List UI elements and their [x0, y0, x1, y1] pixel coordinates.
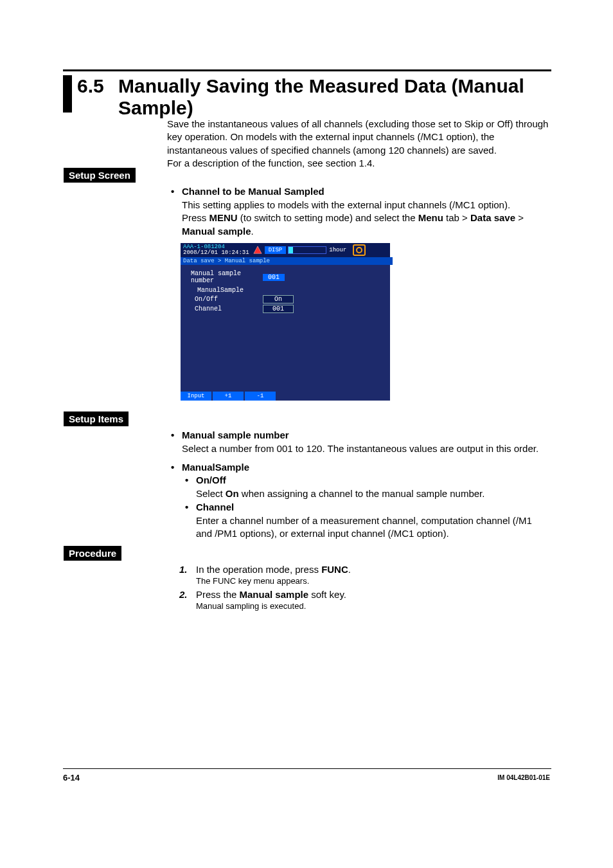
- one-hour-label: 1hour: [329, 247, 346, 253]
- step-1-main: In the operation mode, press FUNC.: [196, 564, 351, 575]
- page: 6.5 Manually Saving the Measured Data (M…: [0, 0, 613, 868]
- step-2-number: 2.: [179, 589, 188, 600]
- step-2-sub: Manual sampling is executed.: [196, 601, 306, 611]
- t: tab >: [443, 212, 470, 223]
- device-breadcrumb: Data save > Manual sample: [181, 257, 393, 265]
- menu-tab: Menu: [418, 212, 443, 223]
- progress-bar: [288, 246, 326, 254]
- softkey-plus1[interactable]: +1: [213, 392, 244, 401]
- softkey-minus1[interactable]: -1: [245, 392, 276, 401]
- device-id-line2: 2008/12/01 10:24:31: [183, 250, 249, 256]
- t: .: [348, 564, 351, 575]
- label-procedure: Procedure: [64, 546, 121, 561]
- manual-sample-softkey: Manual sample: [240, 589, 309, 600]
- heading-channel: Channel: [196, 502, 234, 512]
- step-2-main: Press the Manual sample soft key.: [196, 589, 346, 600]
- manual-sample-number-value[interactable]: 001: [263, 274, 285, 281]
- t: when assigning a channel to the manual s…: [239, 488, 485, 499]
- menu-key: MENU: [209, 212, 238, 223]
- alarm-icon: [253, 246, 262, 255]
- section-title: Manually Saving the Measured Data (Manua…: [118, 75, 555, 118]
- footer-page-number: 6-14: [63, 773, 80, 782]
- t: Press the: [196, 589, 240, 600]
- disp-button[interactable]: DISP: [265, 246, 287, 254]
- heading-manual-sample-number: Manual sample number: [182, 429, 289, 440]
- device-body: Manual sample number 001 ManualSample On…: [181, 265, 390, 392]
- body-onoff: Select On when assigning a channel to th…: [196, 487, 543, 500]
- device-softkeys: Input +1 -1: [181, 392, 390, 401]
- top-rule: [63, 69, 551, 71]
- section-bar: [63, 75, 72, 113]
- setup-screen-line1: This setting applies to models with the …: [182, 199, 510, 210]
- heading-manualsample: ManualSample: [182, 462, 249, 473]
- label-setup-screen: Setup Screen: [64, 168, 136, 183]
- footer-doc-id: IM 04L42B01-01E: [497, 774, 550, 781]
- body-manual-sample-number: Select a number from 001 to 120. The ins…: [182, 442, 542, 455]
- manual-sample: Manual sample: [182, 226, 251, 237]
- intro-paragraph: Save the instantaneous values of all cha…: [167, 118, 549, 170]
- step-1-sub: The FUNC key menu appears.: [196, 576, 309, 586]
- func-key: FUNC: [321, 564, 348, 575]
- data-save: Data save: [470, 212, 515, 223]
- label-setup-items: Setup Items: [64, 411, 129, 426]
- section-number: 6.5: [77, 75, 104, 97]
- heading-onoff: On/Off: [196, 475, 226, 485]
- progress-fill: [289, 247, 293, 253]
- onoff-value[interactable]: On: [263, 295, 294, 303]
- snapshot-icon[interactable]: [353, 244, 366, 256]
- heading-channel-to-be-sampled: Channel to be Manual Sampled: [182, 186, 324, 197]
- channel-value[interactable]: 001: [263, 305, 294, 313]
- t: In the operation mode, press: [196, 564, 321, 575]
- device-id: AAA-1-081204 2008/12/01 10:24:31: [183, 244, 249, 256]
- t: >: [515, 212, 524, 223]
- step-1-number: 1.: [179, 564, 188, 575]
- footer-rule: [63, 768, 551, 769]
- channel-label: Channel: [195, 305, 263, 312]
- device-topbar: AAA-1-081204 2008/12/01 10:24:31 DISP 1h…: [181, 243, 390, 257]
- on-bold: On: [226, 488, 239, 499]
- manualsample-group-title: ManualSample: [197, 287, 244, 294]
- t: Press: [182, 212, 209, 223]
- t: soft key.: [308, 589, 346, 600]
- onoff-label: On/Off: [195, 296, 263, 303]
- manual-sample-number-label: Manual sample number: [191, 270, 263, 284]
- setup-screen-body: This setting applies to models with the …: [182, 199, 542, 238]
- t: (to switch to setting mode) and select t…: [238, 212, 418, 223]
- softkey-input[interactable]: Input: [181, 392, 211, 401]
- t: Select: [196, 488, 226, 499]
- body-channel: Enter a channel number of a measurement …: [196, 514, 546, 541]
- device-screenshot: AAA-1-081204 2008/12/01 10:24:31 DISP 1h…: [181, 243, 390, 401]
- t: .: [251, 226, 254, 237]
